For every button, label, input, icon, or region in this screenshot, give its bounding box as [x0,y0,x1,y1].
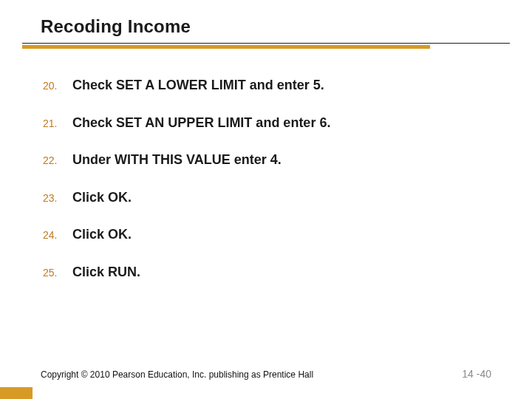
page-number: 14 -40 [462,368,491,380]
list-item: 22. Under WITH THIS VALUE enter 4. [43,151,488,168]
list-number: 23. [43,192,72,204]
list-text: Click RUN. [72,264,140,281]
list-text: Check SET A LOWER LIMIT and enter 5. [72,77,324,94]
list-number: 20. [43,80,72,92]
list-item: 23. Click OK. [43,189,488,206]
title-rule-thin [22,43,510,44]
list-item: 24. Click OK. [43,226,488,243]
page-title: Recoding Income [41,16,491,41]
list-item: 20. Check SET A LOWER LIMIT and enter 5. [43,77,488,94]
list-number: 24. [43,229,72,241]
list-item: 21. Check SET AN UPPER LIMIT and enter 6… [43,115,488,132]
list-text: Click OK. [72,226,132,243]
list-text: Check SET AN UPPER LIMIT and enter 6. [72,115,330,132]
title-rule-accent [22,45,430,49]
list-text: Under WITH THIS VALUE enter 4. [72,151,282,168]
corner-accent [0,387,33,399]
instruction-list: 20. Check SET A LOWER LIMIT and enter 5.… [43,77,488,301]
list-text: Click OK. [72,189,132,206]
list-number: 22. [43,154,72,166]
list-number: 21. [43,117,72,129]
footer: Copyright © 2010 Pearson Education, Inc.… [41,368,491,380]
copyright-text: Copyright © 2010 Pearson Education, Inc.… [41,369,313,380]
list-item: 25. Click RUN. [43,264,488,281]
list-number: 25. [43,267,72,279]
title-block: Recoding Income [41,16,491,41]
slide: Recoding Income 20. Check SET A LOWER LI… [0,0,532,399]
